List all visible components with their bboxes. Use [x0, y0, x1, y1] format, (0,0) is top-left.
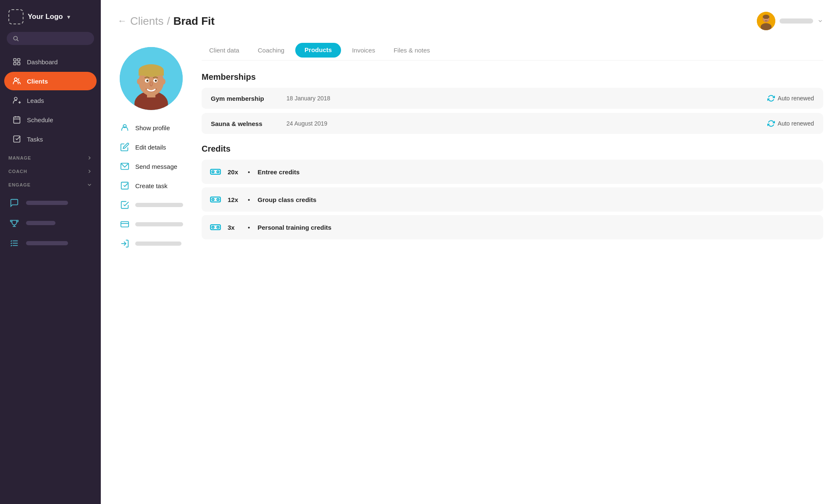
credit-dot-1: • [248, 168, 250, 176]
membership-date-2: 24 August 2019 [286, 120, 759, 127]
renew-icon-2 [767, 120, 775, 127]
client-panel: Show profile Edit details Send message [101, 43, 193, 504]
tab-invoices[interactable]: Invoices [344, 43, 383, 60]
leads-icon [13, 96, 21, 105]
credit-count-1: 20x [228, 168, 240, 176]
extra-action-3[interactable] [118, 234, 185, 253]
sidebar-trophy-item[interactable] [0, 213, 101, 233]
credits-section: Credits 20x • Entree credits 12x • Group [202, 144, 823, 239]
show-profile-button[interactable]: Show profile [118, 118, 185, 137]
client-avatar-img [120, 47, 183, 110]
credit-ticket-icon-3 [209, 221, 222, 234]
tab-products[interactable]: Products [295, 43, 341, 58]
sidebar-chat-item[interactable] [0, 193, 101, 213]
person-icon [119, 122, 130, 133]
dashboard-label: Dashboard [27, 58, 58, 66]
extra-action-3-placeholder [135, 242, 181, 246]
credit-name-3: Personal training credits [257, 224, 331, 231]
list-label-placeholder [26, 241, 68, 245]
svg-point-49 [217, 226, 219, 228]
sidebar-item-clients[interactable]: Clients [4, 72, 97, 90]
pencil-icon [119, 142, 130, 152]
svg-rect-4 [14, 63, 16, 65]
extra-action-1-placeholder [135, 203, 183, 207]
tab-coaching[interactable]: Coaching [250, 43, 292, 60]
list-check-icon-2 [119, 200, 130, 210]
svg-point-45 [212, 199, 214, 201]
send-message-label: Send message [135, 163, 177, 170]
sidebar-item-leads[interactable]: Leads [4, 91, 97, 110]
membership-date-1: 18 January 2018 [286, 95, 759, 102]
leads-label: Leads [27, 97, 44, 104]
create-task-button[interactable]: Create task [118, 176, 185, 195]
extra-action-1[interactable] [118, 196, 185, 214]
membership-badge-text-1: Auto renewed [778, 95, 814, 102]
svg-rect-5 [18, 63, 20, 65]
breadcrumb: ← Clients / Brad Fit [118, 15, 215, 28]
svg-rect-8 [14, 117, 20, 123]
svg-point-34 [155, 80, 157, 82]
svg-rect-38 [121, 222, 129, 227]
logo-box [8, 9, 24, 24]
logo-text: Your Logo [28, 13, 63, 21]
sidebar-logo[interactable]: Your Logo ▾ [0, 0, 101, 32]
svg-point-7 [14, 97, 17, 100]
sidebar-list-item[interactable] [0, 233, 101, 253]
main-nav: Dashboard Clients Leads Schedule Tasks [0, 52, 101, 149]
coach-section[interactable]: COACH [0, 163, 101, 176]
header-dropdown-icon[interactable] [817, 18, 823, 24]
manage-section[interactable]: MANAGE [0, 149, 101, 163]
breadcrumb-clients: Clients [130, 15, 163, 28]
tab-files-notes[interactable]: Files & notes [386, 43, 438, 60]
search-input[interactable] [22, 35, 88, 42]
sidebar-search-container [7, 32, 94, 45]
credit-ticket-icon-2 [209, 193, 222, 206]
svg-point-42 [212, 171, 214, 173]
trophy-icon [8, 217, 20, 229]
credit-name-2: Group class credits [257, 196, 316, 203]
membership-name-1: Gym membership [211, 95, 278, 102]
sidebar-item-tasks[interactable]: Tasks [4, 130, 97, 148]
membership-name-2: Sauna & welness [211, 120, 278, 127]
back-arrow-icon[interactable]: ← [118, 16, 127, 26]
tasks-icon [13, 135, 21, 143]
action-list: Show profile Edit details Send message [118, 118, 185, 253]
chat-icon [8, 197, 20, 209]
svg-rect-37 [121, 182, 129, 189]
svg-point-33 [147, 80, 149, 82]
tab-client-data[interactable]: Client data [202, 43, 247, 60]
main-content: ← Clients / Brad Fit [101, 0, 840, 504]
extra-action-2-placeholder [135, 222, 183, 226]
svg-rect-3 [18, 59, 20, 61]
extra-action-2[interactable] [118, 215, 185, 234]
svg-rect-28 [139, 71, 164, 76]
card-icon [119, 219, 130, 230]
credit-name-1: Entree credits [257, 168, 299, 176]
send-message-button[interactable]: Send message [118, 157, 185, 176]
breadcrumb-separator: / [167, 15, 170, 28]
sidebar: Your Logo ▾ Dashboard Clients Leads Sche… [0, 0, 101, 504]
coach-chevron-icon [87, 168, 92, 174]
product-panel: Client data Coaching Products Invoices F… [193, 43, 840, 504]
header-user[interactable] [757, 12, 823, 30]
search-icon [13, 35, 19, 42]
svg-rect-12 [14, 136, 20, 142]
svg-point-43 [217, 171, 219, 173]
svg-point-46 [217, 199, 219, 201]
signin-icon [119, 238, 130, 249]
edit-details-button[interactable]: Edit details [118, 138, 185, 156]
sidebar-item-schedule[interactable]: Schedule [4, 110, 97, 129]
engage-chevron-icon [87, 182, 92, 188]
chat-label-placeholder [26, 201, 68, 205]
sidebar-item-dashboard[interactable]: Dashboard [4, 52, 97, 71]
svg-point-29 [137, 79, 141, 84]
schedule-icon [13, 116, 21, 124]
engage-section[interactable]: ENGAGE [0, 176, 101, 189]
envelope-icon [119, 161, 130, 172]
svg-point-0 [14, 37, 18, 40]
tabs: Client data Coaching Products Invoices F… [202, 43, 823, 60]
manage-chevron-icon [87, 155, 92, 161]
credit-count-3: 3x [228, 224, 240, 231]
create-task-label: Create task [135, 182, 168, 189]
edit-details-label: Edit details [135, 144, 166, 151]
